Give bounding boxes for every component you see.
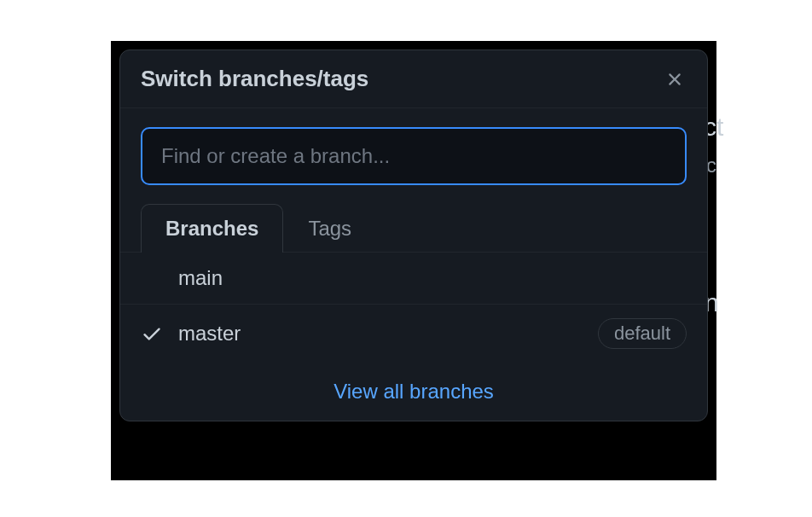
branch-item-master[interactable]: master default	[120, 305, 707, 363]
branch-name: main	[178, 266, 687, 290]
popover-header: Switch branches/tags	[120, 50, 707, 108]
search-container	[120, 108, 707, 204]
branch-search-input[interactable]	[141, 127, 687, 185]
branch-item-main[interactable]: main	[120, 253, 707, 305]
tab-branches[interactable]: Branches	[141, 204, 283, 253]
check-slot	[141, 322, 178, 345]
close-icon	[664, 69, 685, 90]
branch-name: master	[178, 322, 598, 346]
tabs: Branches Tags	[120, 204, 707, 253]
close-button[interactable]	[663, 67, 687, 91]
tab-tags[interactable]: Tags	[283, 204, 376, 253]
branch-list: main master default	[120, 253, 707, 363]
branch-selector-popover: Switch branches/tags Branches Tags main …	[119, 49, 708, 421]
default-badge: default	[598, 318, 687, 349]
popover-title: Switch branches/tags	[141, 66, 368, 92]
view-all-branches-link[interactable]: View all branches	[334, 380, 494, 403]
popover-footer: View all branches	[120, 363, 707, 421]
check-icon	[141, 322, 163, 345]
